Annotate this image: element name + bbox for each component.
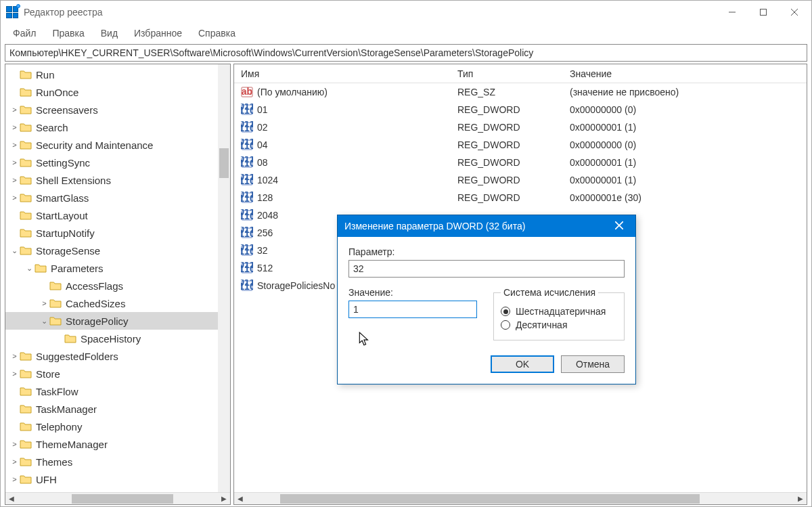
dword-value-icon: 011110 [241,174,253,186]
tree-vertical-scrollbar[interactable] [218,64,230,492]
menu-view[interactable]: Вид [94,26,125,41]
tree-item[interactable]: >SmartGlass [5,189,230,206]
tree-item-label: StoragePolicy [66,315,129,327]
expand-icon[interactable]: > [39,299,49,307]
scroll-left-button[interactable]: ◀ [5,493,18,505]
tree-view[interactable]: RunRunOnce>Screensavers>Search>Security … [5,64,230,492]
tree-item[interactable]: TaskFlow [5,382,230,400]
maximize-button[interactable] [748,1,779,23]
expand-icon[interactable]: > [9,370,20,378]
collapse-icon[interactable]: ⌄ [9,246,20,255]
collapse-icon[interactable]: ⌄ [24,264,35,273]
column-type[interactable]: Тип [451,68,563,79]
tree-item[interactable]: SpaceHistory [5,330,230,347]
menu-favorites[interactable]: Избранное [127,26,189,41]
expand-icon[interactable]: > [9,194,20,202]
scrollbar-thumb[interactable] [219,148,229,178]
expand-icon[interactable]: > [9,141,20,149]
tree-item[interactable]: TaskManager [5,400,230,418]
radio-dec[interactable]: Десятичная [501,319,617,330]
tree-item[interactable]: >CachedSizes [5,294,230,312]
list-row[interactable]: ab(По умолчанию)REG_SZ(значение не присв… [234,83,807,101]
scroll-right-button[interactable]: ▶ [218,493,230,505]
folder-icon [20,404,32,414]
ok-button[interactable]: OK [491,355,554,373]
svg-text:110: 110 [241,211,253,221]
expand-icon[interactable]: > [9,440,20,448]
list-row[interactable]: 01111002REG_DWORD0x00000001 (1) [234,118,807,136]
tree-item-label: TaskFlow [36,386,78,397]
column-data[interactable]: Значение [563,68,807,79]
list-row[interactable]: 01111004REG_DWORD0x00000000 (0) [234,136,807,154]
value-name: 08 [257,157,268,168]
list-row[interactable]: 011110128REG_DWORD0x0000001e (30) [234,189,807,206]
list-row[interactable]: 01111008REG_DWORD0x00000001 (1) [234,154,807,171]
expand-icon[interactable]: > [9,158,20,167]
tree-item[interactable]: Run [5,66,230,83]
tree-item[interactable]: ⌄StoragePolicy [5,312,230,330]
list-header: Имя Тип Значение [234,64,807,83]
param-input[interactable] [348,260,625,278]
menu-help[interactable]: Справка [191,26,242,41]
folder-icon [20,105,32,114]
tree-item[interactable]: StartLayout [5,206,230,224]
value-input[interactable] [348,301,477,318]
tree-item[interactable]: >ThemeManager [5,435,230,453]
dword-value-icon: 011110 [241,244,253,257]
scroll-right-button[interactable]: ▶ [794,493,807,505]
value-type: REG_DWORD [451,175,563,185]
expand-icon[interactable]: > [9,352,20,360]
tree-item[interactable]: Telephony [5,418,230,435]
collapse-icon[interactable]: ⌄ [39,317,49,326]
menu-edit[interactable]: Правка [45,26,91,41]
tree-item[interactable]: RunOnce [5,83,230,101]
tree-item[interactable]: >UFH [5,470,230,488]
scrollbar-thumb[interactable] [280,494,700,504]
tree-item[interactable]: ⌄StorageSense [5,242,230,259]
radio-hex[interactable]: Шестнадцатеричная [501,306,617,317]
scrollbar-thumb[interactable] [72,494,173,504]
tree-pane: RunRunOnce>Screensavers>Search>Security … [5,64,231,505]
tree-item-label: Store [36,368,60,380]
radio-icon [501,307,510,316]
tree-item-label: Themes [36,456,72,468]
tree-item-label: CachedSizes [66,298,125,309]
tree-item[interactable]: >Search [5,118,230,136]
value-data: 0x00000000 (0) [563,139,807,150]
folder-icon [20,246,32,255]
radio-icon [501,320,510,330]
folder-icon [20,457,32,466]
cancel-button[interactable]: Отмена [561,355,625,373]
column-name[interactable]: Имя [234,68,451,79]
expand-icon[interactable]: > [9,458,20,466]
tree-item[interactable]: >Store [5,365,230,382]
address-bar[interactable]: Компьютер\HKEY_CURRENT_USER\Software\Mic… [5,44,807,62]
expand-icon[interactable]: > [9,123,20,131]
tree-item[interactable]: >SuggestedFolders [5,347,230,365]
tree-item[interactable]: >Themes [5,453,230,470]
tree-item[interactable]: >Screensavers [5,101,230,118]
expand-icon[interactable]: > [9,176,20,184]
string-value-icon: ab [241,86,253,98]
folder-icon [20,351,32,361]
menu-file[interactable]: Файл [6,26,43,41]
tree-item[interactable]: >Security and Maintenance [5,136,230,154]
list-horizontal-scrollbar[interactable]: ◀ ▶ [234,492,807,504]
tree-item-label: StorageSense [36,245,100,257]
close-button[interactable] [779,1,810,23]
expand-icon[interactable]: > [9,106,20,114]
tree-item[interactable]: >SettingSync [5,154,230,171]
tree-horizontal-scrollbar[interactable]: ◀ ▶ [5,492,230,504]
expand-icon[interactable]: > [9,475,20,483]
minimize-button[interactable] [717,1,748,23]
tree-item[interactable]: ⌄Parameters [5,259,230,277]
dword-value-icon: 011110 [241,104,253,116]
list-row[interactable]: 01111001REG_DWORD0x00000000 (0) [234,101,807,118]
value-name: 2048 [257,210,278,221]
scroll-left-button[interactable]: ◀ [234,493,246,505]
list-row[interactable]: 0111101024REG_DWORD0x00000001 (1) [234,171,807,189]
tree-item[interactable]: StartupNotify [5,224,230,242]
tree-item[interactable]: >Shell Extensions [5,171,230,189]
dialog-close-button[interactable] [610,221,629,232]
tree-item[interactable]: AccessFlags [5,277,230,294]
